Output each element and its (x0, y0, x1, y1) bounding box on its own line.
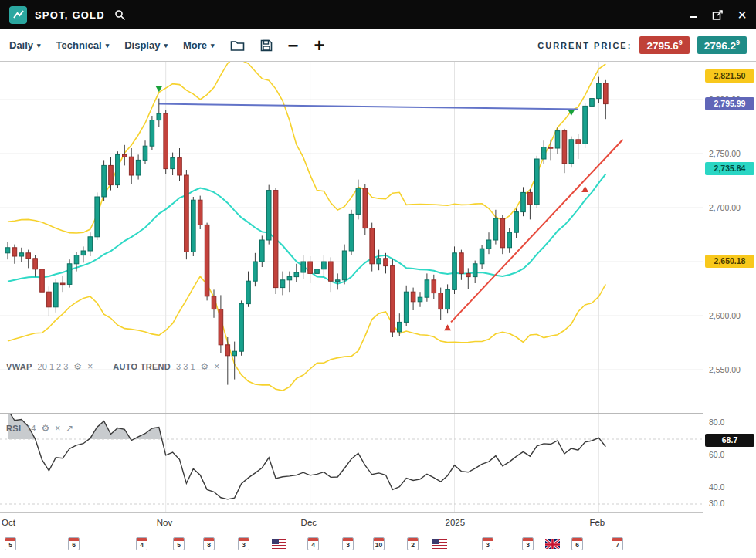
time-axis[interactable]: OctNovDec2025Feb (0, 513, 756, 533)
calendar-event-icon[interactable]: 5 (5, 537, 16, 550)
close-icon[interactable]: × (55, 423, 60, 434)
candle (95, 197, 100, 237)
candle (301, 262, 306, 272)
x-axis-label: Oct (2, 518, 15, 527)
menu-display[interactable]: Display ▾ (124, 39, 168, 51)
calendar-event-icon[interactable]: 7 (612, 537, 623, 550)
us-flag-icon[interactable] (272, 539, 286, 549)
calendar-event-icon[interactable]: 6 (68, 537, 80, 550)
menu-interval-label: Daily (9, 39, 33, 51)
uk-flag-icon[interactable] (545, 539, 560, 549)
calendar-event-icon[interactable]: 6 (571, 537, 583, 550)
rsi-panel[interactable]: RSI 14 ⚙ × ↗ (0, 414, 703, 512)
candle (60, 283, 65, 285)
chevron-down-icon: ▾ (37, 42, 41, 49)
candle (67, 264, 72, 285)
ask-price-badge: 2796.29 (697, 36, 747, 54)
calendar-event-icon[interactable]: 3 (482, 537, 493, 550)
gear-icon[interactable]: ⚙ (201, 361, 209, 372)
x-axis-label: Feb (589, 518, 605, 527)
close-icon[interactable]: × (87, 361, 93, 372)
menu-interval[interactable]: Daily ▾ (9, 39, 41, 51)
rsi-chart (0, 414, 703, 512)
gear-icon[interactable]: ⚙ (73, 361, 82, 372)
gear-icon[interactable]: ⚙ (42, 423, 50, 434)
candle (583, 106, 588, 144)
candle (136, 160, 141, 175)
calendar-event-icon[interactable]: 5 (173, 537, 185, 550)
price-axis[interactable]: 2,800.002,750.002,700.002,600.002,550.00… (703, 62, 756, 513)
candle (212, 296, 216, 309)
calendar-event-icon[interactable]: 4 (136, 537, 147, 550)
candle (446, 289, 450, 309)
close-icon[interactable]: × (737, 7, 747, 22)
vwap-params: 20 1 2 3 (38, 362, 69, 371)
candle (171, 158, 175, 169)
candle (480, 249, 484, 264)
trade-marker (444, 324, 451, 330)
candle (377, 259, 381, 264)
candle (404, 292, 409, 322)
current-price-area: CURRENT PRICE: 2795.69 2796.29 (537, 36, 747, 54)
candle (384, 259, 388, 266)
bid-price-badge: 2795.69 (639, 36, 689, 54)
window-controls: × (689, 7, 747, 22)
candle (590, 99, 595, 107)
auto-trend-label: AUTO TREND (113, 362, 171, 371)
candle (576, 140, 581, 144)
us-flag-icon[interactable] (432, 539, 447, 549)
candle (356, 188, 361, 215)
x-axis-label: Dec (301, 518, 317, 527)
candle (116, 154, 120, 184)
candle (514, 212, 519, 233)
main-chart-panel[interactable]: VWAP 20 1 2 3 ⚙ × AUTO TREND 3 3 1 ⚙ × (0, 62, 703, 413)
candle (555, 131, 560, 148)
rsi-axis-label: 30.0 (709, 499, 724, 508)
candle (398, 322, 402, 332)
candle (597, 83, 602, 99)
price-badge: 2,735.84 (705, 162, 754, 175)
price-axis-label: 2,600.00 (709, 311, 741, 320)
candle (109, 165, 114, 184)
folder-open-icon[interactable] (230, 39, 245, 52)
popout-icon[interactable] (712, 9, 724, 21)
current-price-label: CURRENT PRICE: (537, 41, 632, 50)
rsi-value-badge: 68.7 (705, 434, 754, 447)
search-icon[interactable] (113, 8, 127, 22)
candle (47, 292, 52, 307)
candle (129, 157, 134, 175)
x-axis-label: 2025 (446, 518, 466, 527)
zoom-in-icon[interactable]: + (314, 36, 325, 55)
menu-technical[interactable]: Technical ▾ (56, 39, 110, 51)
calendar-event-icon[interactable]: 3 (522, 537, 534, 550)
candle (205, 225, 209, 296)
zoom-out-icon[interactable]: − (288, 36, 299, 55)
candle (246, 281, 251, 303)
symbol-title: SPOT, GOLD (35, 9, 105, 21)
candle (74, 255, 79, 264)
candle (411, 292, 415, 302)
calendar-event-icon[interactable]: 8 (203, 537, 215, 550)
candle (541, 147, 546, 159)
menu-more[interactable]: More ▾ (183, 39, 215, 51)
candle (391, 266, 395, 332)
chevron-down-icon: ▾ (211, 42, 215, 49)
price-axis-label: 2,750.00 (709, 149, 741, 158)
minimize-icon[interactable] (689, 10, 698, 19)
menu-more-label: More (183, 39, 207, 51)
calendar-event-icon[interactable]: 4 (307, 537, 319, 550)
candle (418, 297, 422, 302)
economic-events-row: 564583431023367 (0, 533, 756, 558)
panel-divider[interactable] (0, 413, 756, 414)
calendar-event-icon[interactable]: 3 (238, 537, 249, 550)
candle (294, 272, 299, 277)
close-icon[interactable]: × (214, 361, 219, 372)
candle (342, 251, 347, 280)
candle (322, 262, 327, 269)
candle (439, 293, 443, 309)
expand-icon[interactable]: ↗ (66, 423, 73, 434)
calendar-event-icon[interactable]: 2 (407, 537, 419, 550)
save-icon[interactable] (260, 39, 273, 52)
calendar-event-icon[interactable]: 3 (342, 537, 354, 550)
calendar-event-icon[interactable]: 10 (373, 537, 385, 550)
